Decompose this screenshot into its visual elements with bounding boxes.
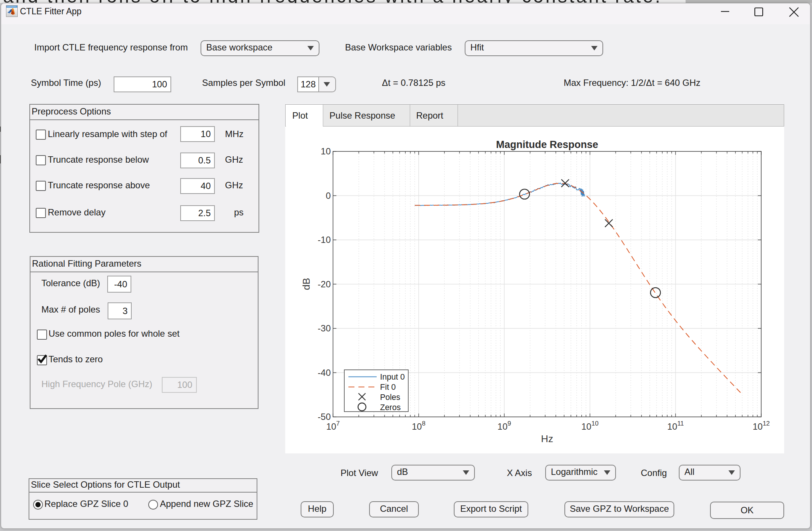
svg-text:-40: -40 — [318, 368, 331, 378]
svg-text:10: 10 — [321, 146, 331, 156]
svg-text:Zeros: Zeros — [380, 403, 401, 412]
svg-text:Hz: Hz — [541, 433, 553, 444]
svg-text:-20: -20 — [318, 279, 331, 289]
svg-text:Poles: Poles — [380, 393, 400, 402]
svg-text:0: 0 — [326, 191, 331, 201]
svg-text:Fit 0: Fit 0 — [380, 383, 396, 392]
svg-text:-30: -30 — [318, 323, 331, 333]
svg-text:Input 0: Input 0 — [380, 372, 405, 381]
svg-text:dB: dB — [301, 278, 312, 290]
svg-text:-10: -10 — [318, 235, 331, 245]
svg-text:-50: -50 — [318, 412, 331, 422]
svg-text:Magnitude Response: Magnitude Response — [496, 139, 598, 150]
